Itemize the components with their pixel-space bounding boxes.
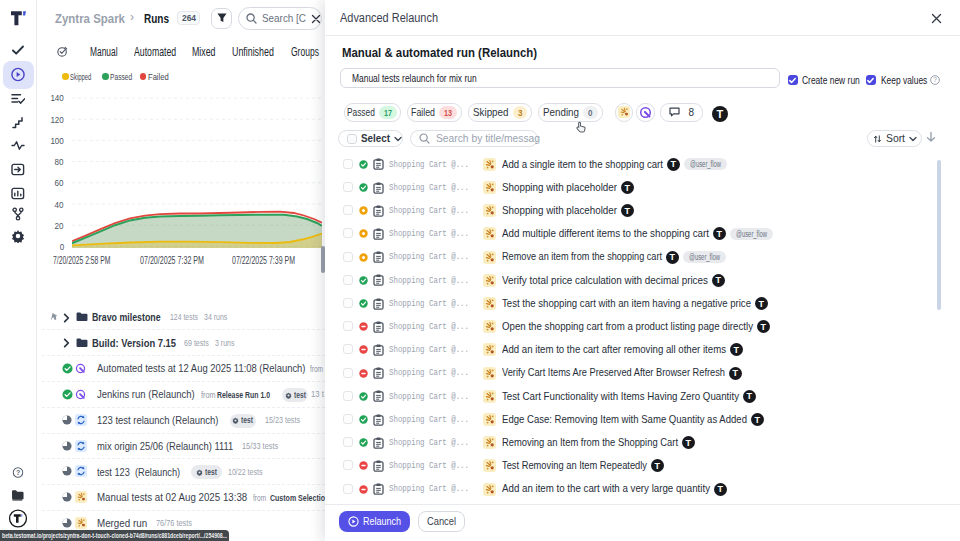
svg-text:?: ? [933, 76, 937, 83]
svg-text:?: ? [16, 469, 20, 476]
